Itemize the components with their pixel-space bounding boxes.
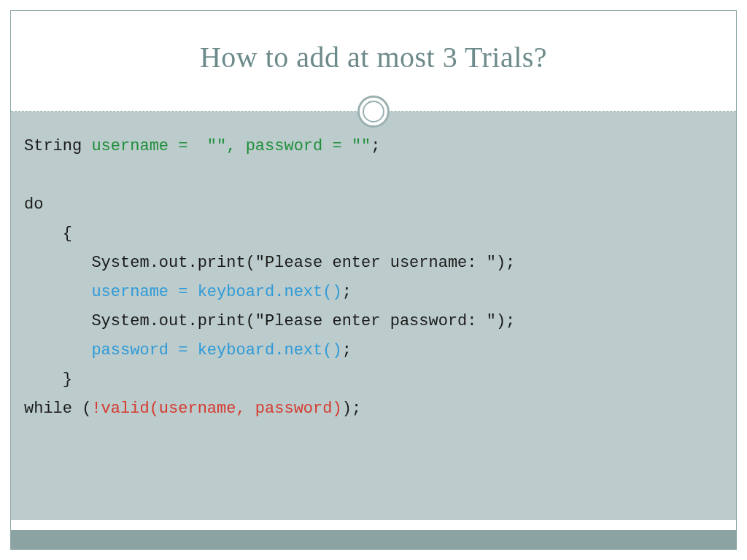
code-text: System.out.print("Please enter username:… (24, 254, 515, 272)
code-text: } (24, 370, 72, 389)
slide-title: How to add at most 3 Trials? (11, 11, 736, 74)
footer-bar (11, 530, 736, 549)
slide: How to add at most 3 Trials? String user… (10, 10, 737, 550)
code-text: ; (371, 137, 380, 155)
code-text: { (24, 225, 72, 243)
code-text: !valid(username, password) (91, 400, 341, 418)
code-text: username = keyboard.next() (91, 283, 341, 301)
code-text: String (24, 137, 91, 155)
code-text: ); (342, 400, 361, 418)
code-text: System.out.print("Please enter password:… (24, 312, 515, 330)
code-text: ; (342, 341, 352, 359)
code-block: String username = "", password = ""; do … (11, 112, 736, 520)
code-text: while ( (24, 400, 91, 418)
code-text: password = keyboard.next() (91, 341, 341, 359)
code-text: do (24, 195, 43, 214)
code-text: username = "", password = "" (91, 137, 371, 155)
code-text: ; (342, 283, 352, 301)
ring-icon (357, 96, 390, 128)
slide-header: How to add at most 3 Trials? (11, 11, 736, 112)
code-text (24, 283, 91, 301)
code-text (24, 341, 91, 359)
